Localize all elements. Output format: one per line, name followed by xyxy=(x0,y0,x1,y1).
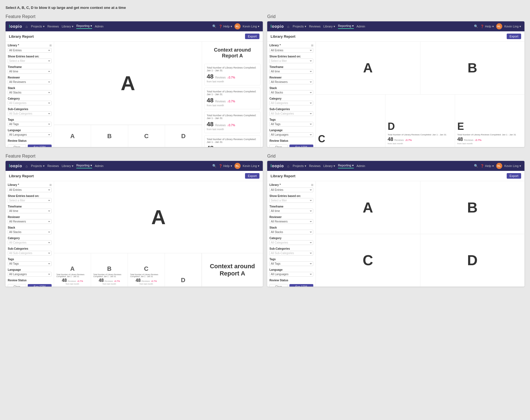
nav-projects-bl[interactable]: Projects ▾ xyxy=(31,164,45,168)
search-icon-bl[interactable]: 🔍 xyxy=(212,164,216,168)
home-icon-br[interactable]: ⌂ xyxy=(287,164,289,168)
library-select-br[interactable]: All Entries xyxy=(269,188,313,192)
nav-library-r[interactable]: Library ▾ xyxy=(323,24,335,29)
nav-projects[interactable]: Projects ▾ xyxy=(31,24,45,29)
nav-library-br[interactable]: Library ▾ xyxy=(323,164,335,168)
timeframe-select-br[interactable]: All time xyxy=(269,209,313,213)
tags-select-bl[interactable]: All Tags xyxy=(8,261,52,266)
category-select-br[interactable]: All Categories xyxy=(269,240,313,245)
reviewer-select[interactable]: All Reviewers xyxy=(8,80,52,84)
grid-cell-d[interactable]: D Total Number of Library Reviews Comple… xyxy=(385,95,455,147)
nav-admin-br[interactable]: Admin xyxy=(357,164,365,168)
nav-reporting-br[interactable]: Reporting ▾ xyxy=(338,164,354,168)
see-results-button-r[interactable]: See 1234 Results xyxy=(289,145,314,147)
language-select[interactable]: All Languages xyxy=(8,132,52,137)
nav-admin-r[interactable]: Admin xyxy=(357,24,365,29)
nav-library-bl[interactable]: Library ▾ xyxy=(62,164,74,168)
grid-v2-cell-b[interactable]: B xyxy=(420,181,525,234)
export-button-bl[interactable]: Export xyxy=(245,173,259,179)
timeframe-select-r[interactable]: All time xyxy=(269,69,313,74)
nav-admin-bl[interactable]: Admin xyxy=(95,164,104,168)
help-link-br[interactable]: ❓ Help ▾ xyxy=(480,164,494,168)
help-link[interactable]: ❓ Help ▾ xyxy=(219,25,232,28)
nav-reviews-br[interactable]: Reviews xyxy=(309,164,321,168)
help-link-bl[interactable]: ❓ Help ▾ xyxy=(219,164,232,168)
home-icon-bl[interactable]: ⌂ xyxy=(26,164,28,168)
export-button-br[interactable]: Export xyxy=(507,173,521,179)
export-button-r[interactable]: Export xyxy=(507,34,521,39)
reviewer-select-r[interactable]: All Reviewers xyxy=(269,80,313,84)
see-results-button-br[interactable]: See 1234 Results xyxy=(289,284,314,287)
reviewer-select-bl[interactable]: All Reviewers xyxy=(8,219,52,224)
reviewer-select-br[interactable]: All Reviewers xyxy=(269,219,313,224)
language-select-r[interactable]: All Languages xyxy=(269,132,313,137)
see-results-button-bl[interactable]: See 1234 Results xyxy=(28,284,52,287)
show-entries-select-r[interactable]: Select a filter xyxy=(269,59,313,63)
home-icon-r[interactable]: ⌂ xyxy=(287,24,289,29)
clear-filters-button[interactable]: Clear Filters xyxy=(8,145,26,147)
feature-v2-thumb-c[interactable]: C Total Number of Library Reviews Comple… xyxy=(128,253,165,287)
tags-select-br[interactable]: All Tags xyxy=(269,261,313,266)
collapse-btn[interactable]: ⊞ xyxy=(49,44,52,47)
nav-projects-br[interactable]: Projects ▾ xyxy=(293,164,306,168)
search-icon-br[interactable]: 🔍 xyxy=(474,164,478,168)
show-entries-select-bl[interactable]: Select a filter xyxy=(8,198,52,203)
stack-select-bl[interactable]: All Stacks xyxy=(8,230,52,234)
nav-reporting-r[interactable]: Reporting ▾ xyxy=(338,24,354,29)
grid-cell-b[interactable]: B xyxy=(420,42,525,94)
grid-cell-c[interactable]: C xyxy=(316,95,385,147)
feature-v2-thumb-d[interactable]: D xyxy=(165,253,202,287)
timeframe-select-bl[interactable]: All time xyxy=(8,209,52,213)
category-select-r[interactable]: All Categories xyxy=(269,101,313,105)
nav-reviews-r[interactable]: Reviews xyxy=(309,24,321,29)
library-select[interactable]: All Entries xyxy=(8,48,52,53)
collapse-btn-bl[interactable]: ⊞ xyxy=(49,183,52,186)
nav-admin[interactable]: Admin xyxy=(95,24,104,29)
nav-reporting[interactable]: Reporting ▾ xyxy=(76,24,92,29)
grid-cell-a[interactable]: A xyxy=(316,42,420,94)
thumb-b[interactable]: B xyxy=(91,125,128,147)
search-icon[interactable]: 🔍 xyxy=(212,24,216,28)
grid-cell-e[interactable]: E Total Number of Library Reviews Comple… xyxy=(455,95,524,147)
nav-reporting-bl[interactable]: Reporting ▾ xyxy=(76,164,92,168)
nav-library[interactable]: Library ▾ xyxy=(62,24,74,29)
see-results-button[interactable]: See 1234 Results xyxy=(28,145,52,147)
home-icon[interactable]: ⌂ xyxy=(26,24,28,29)
nav-reviews-bl[interactable]: Reviews xyxy=(47,164,59,168)
category-select[interactable]: All Categories xyxy=(8,101,52,105)
tags-select[interactable]: All Tags xyxy=(8,122,52,126)
library-select-r[interactable]: All Entries xyxy=(269,48,313,53)
thumb-c[interactable]: C xyxy=(128,125,165,147)
help-link-r[interactable]: ❓ Help ▾ xyxy=(480,25,494,28)
clear-filters-button-bl[interactable]: Clear Filters xyxy=(8,284,26,287)
subcategory-select-br[interactable]: All Sub-Categories xyxy=(269,251,313,255)
search-icon-r[interactable]: 🔍 xyxy=(474,24,478,28)
collapse-btn-br[interactable]: ⊞ xyxy=(311,183,313,186)
subcategory-select-r[interactable]: All Sub-Categories xyxy=(269,111,313,116)
grid-v2-cell-a[interactable]: A xyxy=(316,181,420,234)
language-select-bl[interactable]: All Languages xyxy=(8,272,52,277)
library-select-bl[interactable]: All Entries xyxy=(8,188,52,192)
stack-select[interactable]: All Stacks xyxy=(8,90,52,95)
clear-filters-button-br[interactable]: Clear Filters xyxy=(269,284,288,287)
clear-filters-button-r[interactable]: Clear Filters xyxy=(269,145,288,147)
category-select-bl[interactable]: All Categories xyxy=(8,240,52,245)
nav-projects-r[interactable]: Projects ▾ xyxy=(293,24,306,29)
subcategory-select[interactable]: All Sub-Categories xyxy=(8,111,52,116)
collapse-btn-r[interactable]: ⊞ xyxy=(311,44,313,47)
stack-select-r[interactable]: All Stacks xyxy=(269,90,313,95)
grid-v2-cell-d[interactable]: D xyxy=(420,234,525,287)
grid-v2-cell-c[interactable]: C xyxy=(316,234,420,287)
show-entries-select-br[interactable]: Select a filter xyxy=(269,198,313,203)
show-entries-select[interactable]: Select a filter xyxy=(8,59,52,63)
timeframe-select[interactable]: All time xyxy=(8,69,52,74)
tags-select-r[interactable]: All Tags xyxy=(269,122,313,126)
export-button[interactable]: Export xyxy=(245,34,259,39)
stack-select-br[interactable]: All Stacks xyxy=(269,230,313,234)
nav-reviews[interactable]: Reviews xyxy=(47,24,59,29)
feature-v2-thumb-b[interactable]: B Total Number of Library Reviews Comple… xyxy=(91,253,128,287)
subcategory-select-bl[interactable]: All Sub-Categories xyxy=(8,251,52,255)
language-select-br[interactable]: All Languages xyxy=(269,272,313,277)
thumb-a[interactable]: A xyxy=(54,125,91,147)
thumb-d[interactable]: D xyxy=(165,125,202,147)
